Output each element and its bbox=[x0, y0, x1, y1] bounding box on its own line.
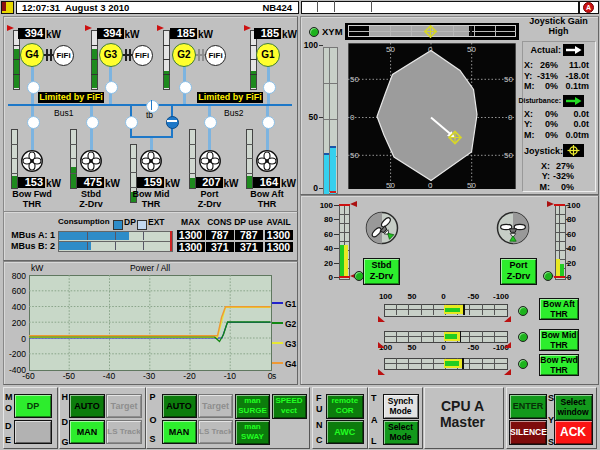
svg-text:50: 50 bbox=[386, 181, 395, 190]
svg-text:50: 50 bbox=[467, 181, 476, 190]
svg-text:0: 0 bbox=[508, 113, 513, 122]
svg-text:50: 50 bbox=[504, 75, 513, 84]
svg-text:50: 50 bbox=[467, 45, 476, 54]
svg-text:0: 0 bbox=[428, 45, 433, 54]
svg-text:50: 50 bbox=[350, 75, 359, 84]
svg-text:0: 0 bbox=[350, 113, 355, 122]
svg-text:50: 50 bbox=[386, 45, 395, 54]
svg-text:0: 0 bbox=[428, 181, 433, 190]
svg-text:50: 50 bbox=[350, 151, 359, 160]
svg-text:50: 50 bbox=[504, 151, 513, 160]
